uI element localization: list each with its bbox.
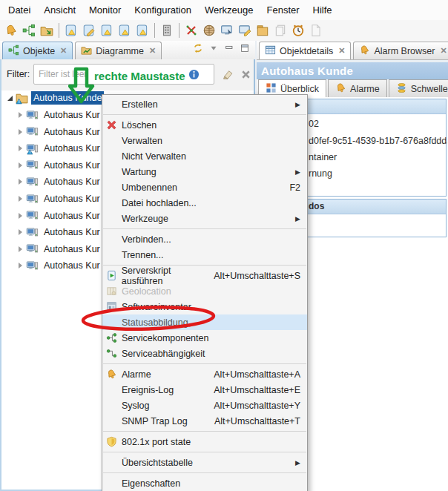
tab-close-icon[interactable]: ✕ xyxy=(338,46,345,56)
tree-item-label[interactable]: Autohaus Kur xyxy=(42,159,102,172)
menu-konfiguration[interactable]: Konfiguration xyxy=(128,1,198,19)
tab-alarm-browser[interactable]: Alarm Browser✕ xyxy=(353,42,448,59)
menu-item-servicekomponenten[interactable]: Servicekomponenten xyxy=(102,330,307,346)
menu-item-alarme[interactable]: AlarmeAlt+Umschalttaste+A xyxy=(102,366,307,382)
menu-item-softwareinventar[interactable]: Softwareinventar xyxy=(102,299,307,314)
menu-item-nicht-verwalten[interactable]: Nicht Verwalten xyxy=(102,148,307,164)
expander-icon[interactable] xyxy=(6,96,14,101)
menu-separator xyxy=(103,363,306,364)
menu-separator xyxy=(103,431,306,432)
tree-item-label[interactable]: Autohaus Kur xyxy=(42,108,102,122)
tab-close-icon[interactable]: ✕ xyxy=(440,46,447,56)
maximize-button[interactable] xyxy=(240,43,250,56)
menu-item-bersichtstabelle[interactable]: Übersichtstabelle▶ xyxy=(102,455,307,470)
tree-row[interactable]: !Autohaus Kur xyxy=(16,141,102,156)
tree-row[interactable]: Autohaus Kur xyxy=(16,208,102,223)
tree-item-label[interactable]: Autohaus Kur xyxy=(42,192,102,205)
tree-row[interactable]: Autohaus Kur xyxy=(16,242,102,257)
menu-datei[interactable]: Datei xyxy=(1,1,37,19)
chevron-down-button[interactable] xyxy=(208,43,219,56)
clear-filter-button[interactable] xyxy=(222,68,234,84)
menu-monitor[interactable]: Monitor xyxy=(82,1,128,19)
menu-fenster[interactable]: Fenster xyxy=(260,1,306,19)
menu-item-serverskript-ausf-hren[interactable]: Serverskript ausführenAlt+Umschalttaste+… xyxy=(102,268,307,283)
expander-icon[interactable] xyxy=(16,145,24,151)
menu-item-verwalten[interactable]: Verwalten xyxy=(102,133,307,148)
expander-icon[interactable] xyxy=(16,129,24,135)
menu-item-label: Geolocation xyxy=(122,286,171,297)
subtab-alarme[interactable]: Alarme xyxy=(328,79,387,97)
toolbar-script-warning-icon[interactable] xyxy=(134,22,151,39)
menu-item-snmp-trap-log[interactable]: SNMP Trap LogAlt+Umschalttaste+T xyxy=(102,413,307,429)
tree-item-label[interactable]: Autohaus Kur xyxy=(42,259,102,272)
menu-item-l-schen[interactable]: Löschen xyxy=(102,117,307,133)
tree-item-label[interactable]: Autohaus Kur xyxy=(42,125,102,139)
filter-close-button[interactable] xyxy=(240,68,252,84)
toolbar-script-warning-icon[interactable] xyxy=(116,22,134,39)
menu-hilfe[interactable]: Hilfe xyxy=(306,1,339,19)
tree-item-label[interactable]: Autohaus Kur xyxy=(42,225,102,239)
menu-item-802-1x-port-state[interactable]: 802.1x port state xyxy=(102,434,307,449)
menu-werkzeuge[interactable]: Werkzeuge xyxy=(198,1,260,19)
toolbar-script-warning-icon[interactable] xyxy=(98,22,116,39)
expander-icon[interactable] xyxy=(16,213,24,219)
tab-objektdetails[interactable]: Objektdetails✕ xyxy=(259,42,351,59)
toolbar-building-icon[interactable] xyxy=(158,22,176,39)
tree-item-label[interactable]: Autohaus Kur xyxy=(42,243,102,256)
tree-row[interactable]: Autohaus Kur xyxy=(16,174,102,189)
menu-item-serviceabh-ngigkeit[interactable]: Serviceabhängigkeit xyxy=(102,346,307,361)
toolbar-open-folder-icon[interactable] xyxy=(38,22,56,39)
minimize-button[interactable] xyxy=(224,43,234,56)
tree-row[interactable]: Autohaus Kur xyxy=(16,258,102,273)
tree-item-label[interactable]: Autohaus Kur xyxy=(42,209,102,223)
menu-item-umbenennen[interactable]: UmbenennenF2 xyxy=(102,179,307,195)
toolbar-object-tree-icon[interactable] xyxy=(20,22,38,39)
toolbar-script-edit-icon[interactable] xyxy=(80,22,98,39)
tree-item-label[interactable]: Autohaus Kur xyxy=(42,142,102,155)
menu-item-ereignis-log[interactable]: Ereignis-LogAlt+Umschalttaste+E xyxy=(102,382,307,398)
tab-diagramme[interactable]: Diagramme✕ xyxy=(75,42,162,59)
menu-item-trennen[interactable]: Trennen... xyxy=(102,247,307,263)
expander-icon[interactable] xyxy=(16,246,24,252)
subtab-schwellenwert[interactable]: Schwellenwert xyxy=(389,79,448,97)
toolbar-network-links-icon[interactable] xyxy=(182,22,200,39)
toolbar-edit-config-icon[interactable] xyxy=(236,22,254,39)
menu-item-eigenschaften[interactable]: Eigenschaften xyxy=(102,475,307,491)
menu-ansicht[interactable]: Ansicht xyxy=(37,1,82,19)
tree-row[interactable]: !Autohaus Kunde xyxy=(6,90,104,105)
tab-close-icon[interactable]: ✕ xyxy=(149,46,156,56)
toolbar-world-grid-icon[interactable] xyxy=(200,22,218,39)
expander-icon[interactable] xyxy=(16,112,24,118)
menu-item-verbinden[interactable]: Verbinden... xyxy=(102,231,307,247)
tree-row[interactable]: Autohaus Kur xyxy=(16,225,102,240)
tab-close-icon[interactable]: ✕ xyxy=(60,46,67,56)
tab-objekte[interactable]: Objekte✕ xyxy=(2,42,73,59)
expander-icon[interactable] xyxy=(16,179,24,185)
tree-row[interactable]: Autohaus Kur xyxy=(16,125,102,139)
toolbar-remote-desktop-icon[interactable] xyxy=(218,22,236,39)
expander-icon[interactable] xyxy=(16,162,24,168)
filter-input[interactable] xyxy=(33,64,214,85)
menu-item-statusabbildung[interactable]: Statusabbildung xyxy=(102,314,307,330)
expander-icon[interactable] xyxy=(16,196,24,202)
toolbar-clock-icon[interactable] xyxy=(289,22,307,39)
toolbar-alarm-icon[interactable] xyxy=(2,22,20,39)
filter-row: Filter: xyxy=(1,59,254,90)
tree-row[interactable]: Autohaus Kur xyxy=(16,191,102,206)
menu-item-datei-hochladen[interactable]: Datei hochladen... xyxy=(102,195,307,211)
toolbar-package-icon[interactable] xyxy=(254,22,271,39)
tree-item-label[interactable]: Autohaus Kur xyxy=(42,175,102,188)
refresh-button[interactable] xyxy=(193,43,203,56)
expander-icon[interactable] xyxy=(16,263,24,268)
menu-item-werkzeuge[interactable]: Werkzeuge▶ xyxy=(102,211,307,226)
menu-item-erstellen[interactable]: Erstellen▶ xyxy=(102,96,307,112)
menu-item-label: Verwalten xyxy=(122,136,162,146)
tree-item-label[interactable]: Autohaus Kunde xyxy=(31,91,104,105)
service-components-icon xyxy=(106,332,122,344)
tree-row[interactable]: Autohaus Kur xyxy=(16,158,102,173)
tree-row[interactable]: Autohaus Kur xyxy=(16,108,102,122)
expander-icon[interactable] xyxy=(16,229,24,235)
menu-item-syslog[interactable]: SyslogAlt+Umschalttaste+Y xyxy=(102,398,307,413)
toolbar-script-warning-icon[interactable] xyxy=(62,22,80,39)
menu-item-wartung[interactable]: Wartung▶ xyxy=(102,164,307,179)
